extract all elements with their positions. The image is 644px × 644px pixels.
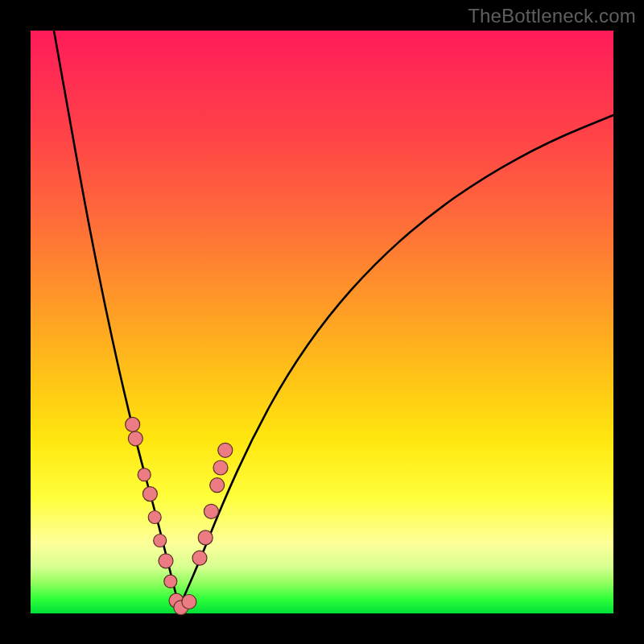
plot-gradient-area — [31, 31, 613, 613]
watermark-label: TheBottleneck.com — [468, 5, 636, 27]
chart-frame: TheBottleneck.com — [0, 0, 644, 644]
